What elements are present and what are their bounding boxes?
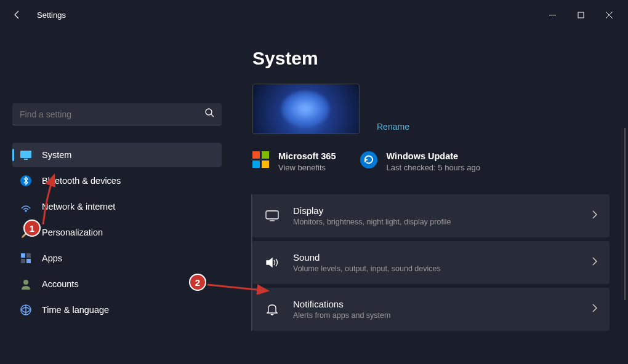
svg-rect-12: [26, 253, 31, 258]
annotation-1: 1: [23, 220, 41, 237]
back-button[interactable]: [5, 2, 30, 27]
bluetooth-icon: [20, 175, 32, 187]
sidebar-item-apps[interactable]: Apps: [12, 246, 222, 271]
sidebar-item-time[interactable]: Time & language: [12, 298, 222, 322]
ms365-card[interactable]: Microsoft 365 View benefits: [252, 151, 336, 172]
update-title: Windows Update: [386, 151, 480, 161]
setting-desc: Monitors, brightness, night light, displ…: [293, 218, 579, 226]
setting-desc: Alerts from apps and system: [293, 311, 579, 320]
setting-item-display[interactable]: Display Monitors, brightness, night ligh…: [252, 194, 610, 237]
chevron-right-icon: [592, 210, 597, 221]
chevron-right-icon: [592, 257, 597, 268]
setting-title: Notifications: [293, 299, 579, 309]
rename-link[interactable]: Rename: [377, 122, 409, 132]
accounts-icon: [20, 278, 32, 290]
sidebar: System Bluetooth & devices Network & int…: [0, 30, 234, 364]
time-icon: [20, 304, 32, 316]
chevron-right-icon: [592, 304, 597, 315]
svg-point-15: [23, 280, 28, 285]
svg-rect-13: [21, 259, 25, 263]
search-input[interactable]: [20, 109, 205, 119]
update-sub: Last checked: 5 hours ago: [386, 163, 480, 172]
main-content: System Rename Microsoft 365 View benefit…: [234, 30, 628, 364]
notifications-icon: [265, 303, 280, 315]
sidebar-item-label: Apps: [42, 253, 62, 263]
svg-rect-14: [26, 259, 31, 263]
search-box[interactable]: [12, 103, 222, 125]
minimize-button[interactable]: [538, 5, 566, 25]
svg-rect-1: [578, 12, 584, 18]
back-arrow-icon: [12, 10, 22, 20]
annotation-arrow-2: [206, 280, 274, 295]
setting-item-sound[interactable]: Sound Volume levels, output, input, soun…: [252, 241, 610, 284]
sidebar-item-system[interactable]: System: [12, 143, 222, 167]
search-icon: [205, 108, 214, 120]
svg-rect-6: [20, 151, 31, 158]
svg-rect-7: [24, 159, 28, 160]
svg-line-5: [211, 114, 214, 117]
titlebar: Settings: [0, 0, 628, 30]
sound-icon: [265, 257, 280, 268]
sidebar-item-label: Time & language: [42, 305, 109, 315]
ms365-sub: View benefits: [278, 163, 336, 172]
network-icon: [20, 200, 32, 213]
sidebar-item-label: Personalization: [42, 228, 103, 237]
annotation-2: 2: [189, 274, 206, 291]
svg-rect-18: [266, 211, 278, 219]
setting-item-notifications[interactable]: Notifications Alerts from apps and syste…: [252, 288, 610, 331]
annotation-arrow-1: [37, 172, 62, 228]
update-icon: [360, 151, 377, 168]
setting-title: Display: [293, 205, 579, 216]
sidebar-item-label: System: [42, 150, 71, 160]
window-controls: [538, 5, 623, 25]
svg-point-4: [206, 109, 212, 115]
setting-desc: Volume levels, output, input, sound devi…: [293, 264, 579, 273]
system-icon: [20, 149, 32, 161]
svg-rect-11: [21, 253, 25, 258]
page-title: System: [252, 48, 610, 69]
ms365-title: Microsoft 365: [278, 151, 336, 161]
pc-info: Rename: [252, 84, 610, 134]
close-button[interactable]: [595, 5, 623, 25]
apps-icon: [20, 252, 32, 264]
sidebar-item-label: Accounts: [42, 279, 79, 289]
scrollbar[interactable]: [624, 128, 626, 300]
microsoft-logo-icon: [252, 151, 270, 168]
app-title: Settings: [37, 10, 66, 20]
update-card[interactable]: Windows Update Last checked: 5 hours ago: [360, 151, 480, 172]
setting-title: Sound: [293, 252, 579, 263]
display-icon: [265, 210, 280, 221]
svg-point-9: [25, 210, 26, 212]
maximize-button[interactable]: [566, 5, 595, 25]
pc-thumbnail[interactable]: [252, 84, 360, 134]
